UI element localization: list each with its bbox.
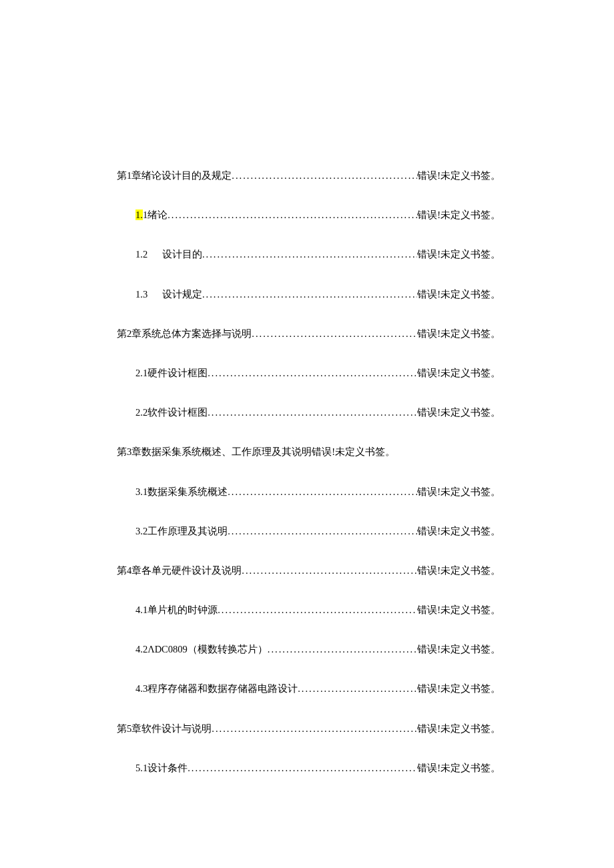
toc-entry-title: 5.1设计条件 bbox=[135, 761, 188, 776]
toc-entry: 第3章数据采集系统概述、工作原理及其说明错误!未定义书签。 bbox=[117, 444, 501, 460]
toc-page-ref: 错误!未定义书签。 bbox=[417, 326, 501, 342]
toc-entry-title: 第5章软件设计与说明 bbox=[117, 721, 212, 737]
toc-entry: 4.3程序存储器和数据存储器电路设计错误!未定义书签。 bbox=[117, 681, 501, 697]
toc-entry: 3.1数据采集系统概述错误!未定义书签。 bbox=[117, 484, 501, 500]
toc-entry: 第5章软件设计与说明错误!未定义书签。 bbox=[117, 721, 501, 737]
toc-leader-dots bbox=[228, 484, 417, 500]
table-of-contents: 第1章绪论设计目的及规定错误!未定义书签。1.1绪论错误!未定义书签。1.2设计… bbox=[117, 168, 501, 776]
highlighted-text: 1. bbox=[135, 209, 143, 220]
toc-leader-dots bbox=[208, 405, 417, 420]
toc-entry-title: 2.2软件设计框图 bbox=[135, 405, 208, 420]
toc-page-ref: 错误!未定义书签。 bbox=[417, 484, 501, 500]
toc-entry: 1.1绪论错误!未定义书签。 bbox=[117, 207, 501, 223]
toc-leader-dots bbox=[228, 524, 417, 539]
toc-entry: 第4章各单元硬件设计及说明错误!未定义书签。 bbox=[117, 563, 501, 578]
toc-leader-dots bbox=[168, 207, 417, 223]
toc-page-ref: 错误!未定义书签。 bbox=[417, 405, 501, 420]
toc-entry: 第1章绪论设计目的及规定错误!未定义书签。 bbox=[117, 168, 501, 183]
toc-page-ref: 错误!未定义书签。 bbox=[417, 168, 501, 183]
toc-leader-dots bbox=[202, 247, 417, 262]
toc-entry-title: 4.2ΛDC0809（模数转换芯片） bbox=[135, 642, 268, 657]
toc-entry-title: 第3章数据采集系统概述、工作原理及其说明错误!未定义书签。 bbox=[117, 444, 395, 460]
toc-leader-dots bbox=[208, 366, 417, 381]
toc-leader-dots bbox=[242, 563, 417, 578]
toc-entry: 2.1硬件设计框图错误!未定义书签。 bbox=[117, 366, 501, 381]
toc-entry-title: 第1章绪论设计目的及规定 bbox=[117, 168, 232, 183]
toc-leader-dots bbox=[188, 761, 417, 776]
toc-page-ref: 错误!未定义书签。 bbox=[417, 642, 501, 657]
toc-entry: 2.2软件设计框图错误!未定义书签。 bbox=[117, 405, 501, 420]
toc-entry: 第2章系统总体方案选择与说明错误!未定义书签。 bbox=[117, 326, 501, 342]
toc-page-ref: 错误!未定义书签。 bbox=[417, 602, 501, 618]
document-page: 第1章绪论设计目的及规定错误!未定义书签。1.1绪论错误!未定义书签。1.2设计… bbox=[0, 0, 614, 868]
toc-entry: 3.2工作原理及其说明错误!未定义书签。 bbox=[117, 524, 501, 539]
toc-entry: 1.3设计规定错误!未定义书签。 bbox=[117, 287, 501, 302]
toc-entry: 1.2设计目的错误!未定义书签。 bbox=[117, 247, 501, 262]
toc-leader-dots bbox=[202, 287, 417, 302]
toc-page-ref: 错误!未定义书签。 bbox=[417, 563, 501, 578]
toc-entry-title: 1.1绪论 bbox=[135, 207, 168, 223]
toc-entry-title: 1.2设计目的 bbox=[135, 247, 202, 262]
toc-entry-title: 2.1硬件设计框图 bbox=[135, 366, 208, 381]
toc-page-ref: 错误!未定义书签。 bbox=[417, 761, 501, 776]
toc-entry-title: 4.1单片机的时钟源 bbox=[135, 602, 218, 618]
toc-entry-title: 3.2工作原理及其说明 bbox=[135, 524, 228, 539]
toc-leader-dots bbox=[232, 168, 417, 183]
toc-leader-dots bbox=[298, 681, 417, 697]
toc-page-ref: 错误!未定义书签。 bbox=[417, 366, 501, 381]
toc-entry-title: 3.1数据采集系统概述 bbox=[135, 484, 228, 500]
toc-leader-dots bbox=[268, 642, 417, 657]
toc-page-ref: 错误!未定义书签。 bbox=[417, 287, 501, 302]
toc-entry: 4.1单片机的时钟源错误!未定义书签。 bbox=[117, 602, 501, 618]
toc-leader-dots bbox=[218, 602, 417, 618]
toc-entry-title: 第4章各单元硬件设计及说明 bbox=[117, 563, 242, 578]
toc-page-ref: 错误!未定义书签。 bbox=[417, 247, 501, 262]
toc-entry-title: 4.3程序存储器和数据存储器电路设计 bbox=[135, 681, 298, 697]
toc-entry: 5.1设计条件错误!未定义书签。 bbox=[117, 761, 501, 776]
toc-leader-dots bbox=[252, 326, 417, 342]
toc-page-ref: 错误!未定义书签。 bbox=[417, 721, 501, 737]
toc-page-ref: 错误!未定义书签。 bbox=[417, 681, 501, 697]
toc-page-ref: 错误!未定义书签。 bbox=[417, 524, 501, 539]
toc-entry-title: 第2章系统总体方案选择与说明 bbox=[117, 326, 252, 342]
toc-entry-title: 1.3设计规定 bbox=[135, 287, 202, 302]
toc-page-ref: 错误!未定义书签。 bbox=[417, 207, 501, 223]
toc-entry: 4.2ΛDC0809（模数转换芯片）错误!未定义书签。 bbox=[117, 642, 501, 657]
toc-leader-dots bbox=[212, 721, 417, 737]
